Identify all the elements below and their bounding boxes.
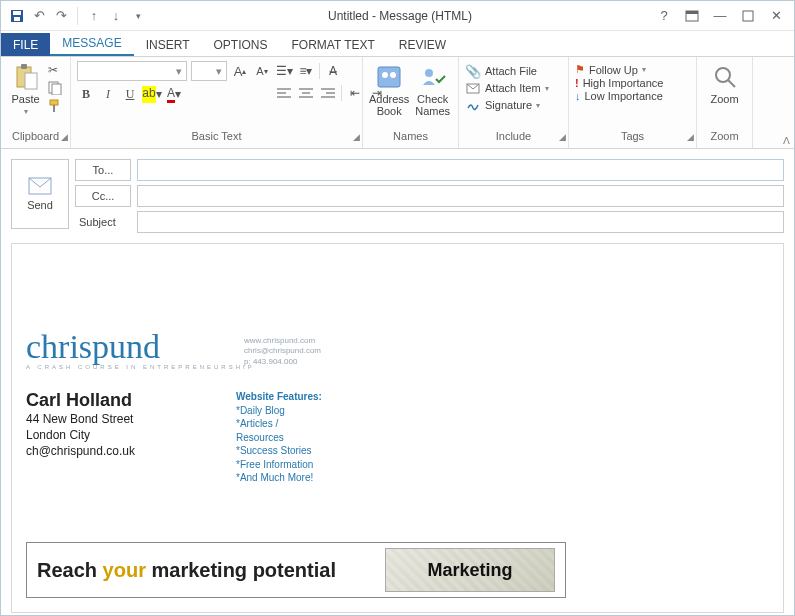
zoom-icon [711, 63, 739, 91]
check-names-icon [419, 63, 447, 91]
group-tags-label: Tags◢ [569, 130, 696, 148]
subject-field[interactable] [137, 211, 784, 233]
message-body[interactable]: chrispund A CRASH COURSE IN ENTREPRENEUR… [11, 243, 784, 613]
shrink-font-icon[interactable]: A▾ [253, 62, 271, 80]
dialog-launcher-icon[interactable]: ◢ [61, 132, 68, 142]
font-family-combo[interactable]: ▾ [77, 61, 187, 81]
qat-customize-icon[interactable]: ▾ [130, 8, 146, 24]
tab-review[interactable]: REVIEW [387, 33, 458, 56]
send-button[interactable]: Send [11, 159, 69, 229]
close-icon[interactable]: ✕ [766, 6, 786, 26]
tab-options[interactable]: OPTIONS [202, 33, 280, 56]
undo-icon[interactable]: ↶ [31, 8, 47, 24]
to-field[interactable] [137, 159, 784, 181]
highlight-button[interactable]: ab▾ [143, 85, 161, 103]
signature-button[interactable]: Signature▾ [465, 97, 549, 113]
bold-button[interactable]: B [77, 85, 95, 103]
svg-line-28 [728, 80, 735, 87]
check-names-button[interactable]: Check Names [413, 61, 452, 117]
group-include-label: Include◢ [459, 130, 568, 148]
tab-message[interactable]: MESSAGE [50, 31, 133, 56]
redo-icon[interactable]: ↷ [53, 8, 69, 24]
grow-font-icon[interactable]: A▴ [231, 62, 249, 80]
italic-button[interactable]: I [99, 85, 117, 103]
group-basic-text-label: Basic Text◢ [71, 130, 362, 148]
to-button[interactable]: To... [75, 159, 131, 181]
clear-formatting-button[interactable]: A̶ [324, 62, 342, 80]
svg-rect-8 [25, 73, 37, 89]
high-importance-button[interactable]: ! High Importance [575, 77, 663, 89]
bullets-button[interactable]: ☰▾ [275, 62, 293, 80]
format-painter-icon[interactable] [48, 99, 64, 115]
cc-button[interactable]: Cc... [75, 185, 131, 207]
svg-rect-4 [686, 11, 698, 14]
ribbon-options-icon[interactable] [682, 6, 702, 26]
paste-label: Paste [11, 93, 39, 105]
minimize-icon[interactable]: ― [710, 6, 730, 26]
svg-rect-22 [378, 67, 400, 87]
svg-rect-11 [50, 100, 58, 105]
group-zoom-label: Zoom [697, 130, 752, 148]
align-right-button[interactable] [319, 84, 337, 102]
window-title: Untitled - Message (HTML) [146, 9, 654, 23]
svg-point-27 [716, 68, 730, 82]
high-importance-icon: ! [575, 77, 579, 89]
zoom-button[interactable]: Zoom [704, 61, 746, 105]
signature-features: Website Features: *Daily Blog *Articles … [236, 390, 326, 485]
qat-up-icon[interactable]: ↑ [86, 8, 102, 24]
numbering-button[interactable]: ≡▾ [297, 62, 315, 80]
check-names-label: Check Names [413, 93, 452, 117]
send-label: Send [27, 199, 53, 211]
svg-point-24 [390, 72, 396, 78]
address-book-button[interactable]: Address Book [369, 61, 409, 117]
align-center-button[interactable] [297, 84, 315, 102]
svg-rect-1 [13, 11, 21, 15]
address-book-label: Address Book [369, 93, 409, 117]
follow-up-button[interactable]: ⚑ Follow Up▾ [575, 63, 663, 76]
signature-brand-contact: www.chrispund.com chris@chrispund.com p:… [244, 336, 321, 367]
tab-format-text[interactable]: FORMAT TEXT [280, 33, 387, 56]
low-importance-button[interactable]: ↓ Low Importance [575, 90, 663, 102]
quick-access-toolbar: ↶ ↷ ↑ ↓ ▾ [1, 7, 146, 25]
group-names-label: Names [363, 130, 458, 148]
align-left-button[interactable] [275, 84, 293, 102]
cut-icon[interactable]: ✂ [48, 63, 64, 79]
paste-button[interactable]: Paste ▾ [7, 61, 44, 116]
attach-file-button[interactable]: 📎 Attach File [465, 63, 549, 79]
font-color-button[interactable]: A▾ [165, 85, 183, 103]
compose-header: Send To... Cc... Subject [1, 149, 794, 233]
underline-button[interactable]: U [121, 85, 139, 103]
dialog-launcher-icon[interactable]: ◢ [559, 132, 566, 142]
font-size-combo[interactable]: ▾ [191, 61, 227, 81]
maximize-icon[interactable] [738, 6, 758, 26]
svg-rect-10 [52, 84, 61, 95]
dialog-launcher-icon[interactable]: ◢ [353, 132, 360, 142]
banner-magazine-image: Marketing [385, 548, 555, 592]
address-book-icon [375, 63, 403, 91]
title-bar: ↶ ↷ ↑ ↓ ▾ Untitled - Message (HTML) ? ― … [1, 1, 794, 31]
low-importance-icon: ↓ [575, 90, 581, 102]
banner-text: Reach your marketing potential [37, 559, 336, 582]
copy-icon[interactable] [48, 81, 64, 97]
dialog-launcher-icon[interactable]: ◢ [687, 132, 694, 142]
window-controls: ? ― ✕ [654, 6, 794, 26]
signature-block: chrispund A CRASH COURSE IN ENTREPRENEUR… [26, 330, 326, 460]
help-icon[interactable]: ? [654, 6, 674, 26]
decrease-indent-button[interactable]: ⇤ [346, 84, 364, 102]
attach-item-button[interactable]: Attach Item▾ [465, 80, 549, 96]
qat-down-icon[interactable]: ↓ [108, 8, 124, 24]
cc-field[interactable] [137, 185, 784, 207]
group-clipboard-label: Clipboard◢ [1, 130, 70, 148]
save-icon[interactable] [9, 8, 25, 24]
signature-banner: Reach your marketing potential Marketing [26, 542, 566, 598]
svg-point-25 [425, 69, 433, 77]
collapse-ribbon-icon[interactable]: ᐱ [779, 133, 794, 148]
tab-file[interactable]: FILE [1, 33, 50, 56]
svg-point-23 [382, 72, 388, 78]
signature-icon [465, 97, 481, 113]
subject-label: Subject [75, 211, 131, 233]
tab-insert[interactable]: INSERT [134, 33, 202, 56]
svg-rect-2 [14, 17, 20, 21]
svg-rect-7 [21, 64, 27, 69]
svg-rect-12 [53, 105, 55, 112]
